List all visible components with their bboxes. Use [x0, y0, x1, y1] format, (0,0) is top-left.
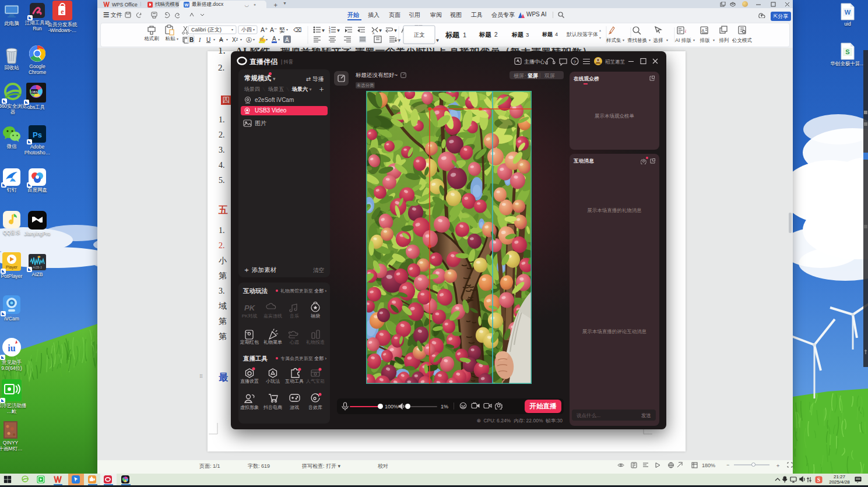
- svg-text:抖音电商: 抖音电商: [263, 405, 282, 410]
- svg-text:▾: ▾: [379, 29, 381, 32]
- svg-text:▾: ▾: [266, 38, 268, 41]
- svg-text:▾: ▾: [226, 38, 228, 41]
- svg-text:公文模式: 公文模式: [732, 37, 752, 43]
- svg-text:PK: PK: [244, 304, 256, 312]
- svg-text:Ⓐ: Ⓐ: [246, 37, 252, 43]
- svg-text:PK对战: PK对战: [242, 313, 258, 319]
- svg-text:A: A: [372, 31, 375, 35]
- svg-text:e: e: [61, 8, 64, 16]
- svg-text:▾: ▾: [177, 37, 178, 41]
- svg-text:默认段落字体: 默认段落字体: [566, 31, 598, 37]
- svg-text:U: U: [206, 37, 210, 43]
- svg-text:嘉宾连线: 嘉宾连线: [263, 313, 282, 319]
- svg-text:iu: iu: [8, 343, 15, 353]
- svg-text:小四: 小四: [241, 27, 252, 33]
- svg-text:▾: ▾: [395, 29, 396, 32]
- svg-text:定期红包: 定期红包: [240, 340, 259, 345]
- svg-text:W: W: [184, 2, 189, 8]
- svg-text:3: 3: [329, 30, 331, 34]
- svg-text:▾: ▾: [398, 38, 400, 42]
- svg-text:音效库: 音效库: [308, 405, 322, 410]
- svg-text:小玩法: 小玩法: [266, 379, 280, 384]
- svg-text:样式集: 样式集: [606, 37, 621, 43]
- svg-text:OBS: OBS: [31, 90, 38, 94]
- svg-text:Ps: Ps: [33, 130, 42, 139]
- svg-text:3: 3: [526, 31, 529, 38]
- svg-text:标题: 标题: [542, 31, 553, 37]
- svg-text:Calibri (正文): Calibri (正文): [191, 27, 222, 33]
- svg-text:礼物投造: 礼物投造: [306, 340, 325, 345]
- svg-text:互动工具: 互动工具: [285, 379, 304, 384]
- svg-text:I: I: [198, 37, 201, 43]
- svg-text:心愿: 心愿: [289, 340, 299, 345]
- svg-text:▾: ▾: [253, 38, 255, 41]
- svg-text:1: 1: [463, 31, 466, 38]
- svg-text:粘贴: 粘贴: [166, 36, 176, 41]
- svg-text:AI 排版: AI 排版: [675, 37, 691, 43]
- svg-text:S: S: [845, 48, 849, 55]
- svg-text:直播伴侣: 直播伴侣: [249, 58, 277, 66]
- svg-text:标题: 标题: [445, 31, 460, 39]
- svg-text:人气宝箱: 人气宝箱: [305, 379, 325, 384]
- svg-text:婜: 婜: [279, 27, 285, 33]
- svg-text:直播设置: 直播设置: [240, 379, 259, 384]
- svg-text:A: A: [702, 29, 705, 33]
- svg-text:X²: X²: [232, 37, 238, 43]
- svg-text:排版: 排版: [700, 37, 711, 43]
- svg-text:▾: ▾: [623, 38, 624, 42]
- svg-text:标题: 标题: [479, 31, 492, 38]
- svg-text:⌫: ⌫: [293, 27, 301, 33]
- svg-text:正文: 正文: [414, 31, 426, 38]
- svg-text:虚拟形象: 虚拟形象: [240, 405, 259, 410]
- svg-text:?: ?: [574, 59, 577, 65]
- svg-text:A: A: [219, 37, 223, 43]
- svg-text:▾: ▾: [253, 28, 255, 31]
- svg-text:W: W: [845, 9, 851, 16]
- svg-text:A⁺: A⁺: [261, 26, 268, 33]
- svg-text:▾: ▾: [649, 38, 651, 42]
- svg-text:▾: ▾: [713, 38, 715, 42]
- svg-text:格式刷: 格式刷: [144, 36, 159, 41]
- svg-text:▾: ▾: [231, 28, 233, 31]
- svg-text:查找替换: 查找替换: [627, 37, 647, 43]
- svg-text:礼物菜单: 礼物菜单: [263, 340, 282, 345]
- svg-text:▾: ▾: [322, 29, 324, 32]
- svg-text:▾: ▾: [278, 38, 280, 41]
- svg-text:AIZB-3: AIZB-3: [33, 266, 42, 269]
- svg-text:排列: 排列: [719, 37, 729, 43]
- svg-text:▾: ▾: [599, 36, 601, 40]
- svg-text:A: A: [285, 37, 289, 43]
- svg-text:A: A: [272, 36, 276, 42]
- svg-text:音乐: 音乐: [289, 313, 299, 319]
- svg-text:主播中心: 主播中心: [524, 59, 545, 65]
- svg-text:▴: ▴: [599, 29, 601, 32]
- svg-text:▾: ▾: [213, 38, 215, 41]
- svg-text:▾: ▾: [286, 28, 288, 31]
- svg-text:| 抖音: | 抖音: [281, 59, 294, 65]
- svg-text:▾: ▾: [338, 29, 339, 32]
- svg-text:B: B: [189, 37, 194, 43]
- svg-text:▾: ▾: [240, 38, 242, 41]
- svg-text:2: 2: [494, 31, 498, 38]
- svg-text:袑芏遬芏: 袑芏遬芏: [605, 59, 625, 65]
- svg-text:▾: ▾: [666, 38, 668, 42]
- svg-text:选择: 选择: [653, 37, 664, 43]
- svg-text:Player: Player: [6, 265, 18, 270]
- svg-text:▾: ▾: [693, 38, 695, 42]
- svg-text:福袋: 福袋: [310, 313, 320, 319]
- svg-text:A⁻: A⁻: [270, 26, 277, 33]
- svg-text:4: 4: [555, 31, 558, 37]
- svg-text:游戏: 游戏: [290, 405, 299, 410]
- svg-text:▾: ▾: [437, 38, 438, 42]
- svg-text:S: S: [817, 477, 820, 483]
- svg-text:标题: 标题: [511, 31, 523, 38]
